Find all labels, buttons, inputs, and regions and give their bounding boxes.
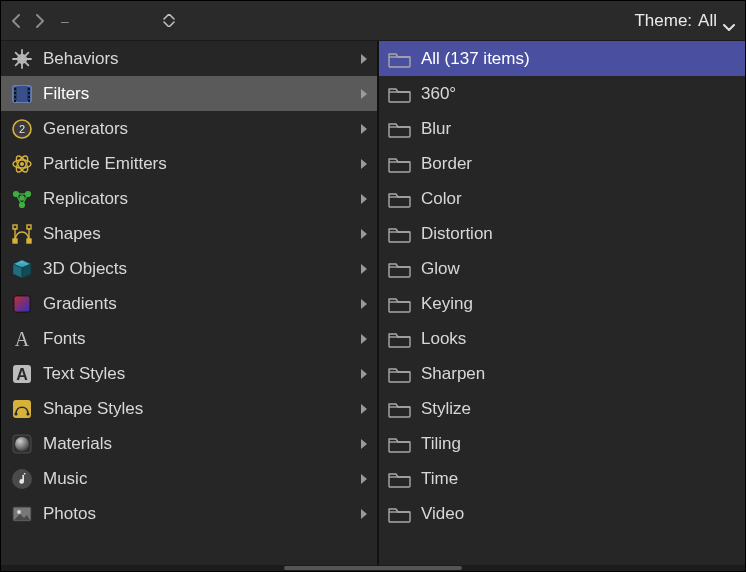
category-row-music[interactable]: Music (1, 461, 377, 496)
subcategory-label: Border (421, 154, 737, 174)
svg-point-51 (12, 469, 32, 489)
category-label: 3D Objects (43, 259, 351, 279)
category-row-photos[interactable]: Photos (1, 496, 377, 531)
letterA-thin-icon: A (9, 326, 35, 352)
subcategory-row-blur[interactable]: Blur (379, 111, 745, 146)
disclosure-triangle-icon (359, 508, 369, 520)
svg-rect-42 (14, 296, 30, 312)
svg-rect-17 (28, 96, 30, 98)
svg-point-29 (14, 191, 19, 196)
disclosure-triangle-icon (359, 438, 369, 450)
stepper[interactable] (163, 14, 175, 27)
library-browser: – Theme: All BehaviorsFilters2Generators… (0, 0, 746, 572)
svg-point-25 (20, 162, 24, 166)
disclosure-triangle-icon (359, 473, 369, 485)
horizontal-scrollbar[interactable] (1, 565, 745, 571)
subcategory-row-looks[interactable]: Looks (379, 321, 745, 356)
svg-point-48 (26, 412, 29, 415)
photo-icon (9, 501, 35, 527)
cube3d-icon (9, 256, 35, 282)
subcategory-label: Sharpen (421, 364, 737, 384)
subcategory-label: All (137 items) (421, 49, 737, 69)
folder-icon (387, 294, 413, 314)
svg-rect-13 (28, 88, 30, 90)
subcategory-row-color[interactable]: Color (379, 181, 745, 216)
subcategory-row-stylize[interactable]: Stylize (379, 391, 745, 426)
subcategory-row-all[interactable]: All (137 items) (379, 41, 745, 76)
subcategory-row-distortion[interactable]: Distortion (379, 216, 745, 251)
subcategory-row-sharpen[interactable]: Sharpen (379, 356, 745, 391)
path-label: – (61, 13, 73, 29)
disclosure-triangle-icon (359, 53, 369, 65)
svg-rect-14 (14, 92, 16, 94)
disclosure-triangle-icon (359, 158, 369, 170)
toolbar: – Theme: All (1, 1, 745, 41)
subcategory-label: Keying (421, 294, 737, 314)
subcategory-row-keying[interactable]: Keying (379, 286, 745, 321)
columns: BehaviorsFilters2GeneratorsParticle Emit… (1, 41, 745, 565)
subcategory-label: Distortion (421, 224, 737, 244)
subcategory-row-tiling[interactable]: Tiling (379, 426, 745, 461)
category-label: Particle Emitters (43, 154, 351, 174)
scrollbar-thumb[interactable] (284, 566, 463, 570)
subcategory-column: All (137 items)360°BlurBorderColorDistor… (379, 41, 745, 565)
folder-icon (387, 49, 413, 69)
disclosure-triangle-icon (359, 88, 369, 100)
category-row-filters[interactable]: Filters (1, 76, 377, 111)
letterA-box-icon: A (9, 361, 35, 387)
folder-icon (387, 329, 413, 349)
category-row-shape-styles[interactable]: Shape Styles (1, 391, 377, 426)
category-column: BehaviorsFilters2GeneratorsParticle Emit… (1, 41, 379, 565)
svg-rect-37 (13, 225, 17, 229)
category-row-fonts[interactable]: AFonts (1, 321, 377, 356)
svg-point-9 (20, 57, 24, 61)
folder-icon (387, 224, 413, 244)
subcategory-row-glow[interactable]: Glow (379, 251, 745, 286)
subcategory-label: Time (421, 469, 737, 489)
disclosure-triangle-icon (359, 298, 369, 310)
category-row-gradients[interactable]: Gradients (1, 286, 377, 321)
svg-point-50 (15, 437, 29, 451)
theme-label: Theme: (634, 11, 692, 31)
subcategory-row-time[interactable]: Time (379, 461, 745, 496)
category-label: Text Styles (43, 364, 351, 384)
category-row-particle-emitters[interactable]: Particle Emitters (1, 146, 377, 181)
folder-icon (387, 259, 413, 279)
category-row-replicators[interactable]: Replicators (1, 181, 377, 216)
subcategory-row-border[interactable]: Border (379, 146, 745, 181)
subcategory-label: Looks (421, 329, 737, 349)
disclosure-triangle-icon (359, 228, 369, 240)
category-row-3d-objects[interactable]: 3D Objects (1, 251, 377, 286)
atom-icon (9, 151, 35, 177)
category-row-behaviors[interactable]: Behaviors (1, 41, 377, 76)
category-row-generators[interactable]: 2Generators (1, 111, 377, 146)
category-label: Shapes (43, 224, 351, 244)
svg-point-30 (26, 191, 31, 196)
svg-rect-19 (28, 100, 30, 102)
subcategory-label: Video (421, 504, 737, 524)
folder-icon (387, 504, 413, 524)
category-label: Filters (43, 84, 351, 104)
category-row-text-styles[interactable]: AText Styles (1, 356, 377, 391)
svg-text:2: 2 (19, 123, 25, 135)
category-row-shapes[interactable]: Shapes (1, 216, 377, 251)
category-label: Music (43, 469, 351, 489)
theme-picker[interactable]: Theme: All (634, 11, 735, 31)
bezier-icon (9, 221, 35, 247)
category-row-materials[interactable]: Materials (1, 426, 377, 461)
folder-icon (387, 84, 413, 104)
svg-rect-18 (14, 100, 16, 102)
disclosure-triangle-icon (359, 123, 369, 135)
subcategory-label: Blur (421, 119, 737, 139)
folder-icon (387, 154, 413, 174)
category-label: Behaviors (43, 49, 351, 69)
back-button[interactable] (11, 14, 21, 28)
subcategory-row-360[interactable]: 360° (379, 76, 745, 111)
forward-button[interactable] (35, 14, 45, 28)
svg-point-47 (14, 412, 17, 415)
sphere-icon (9, 431, 35, 457)
svg-rect-12 (14, 88, 16, 90)
disclosure-triangle-icon (359, 333, 369, 345)
subcategory-row-video[interactable]: Video (379, 496, 745, 531)
category-label: Materials (43, 434, 351, 454)
